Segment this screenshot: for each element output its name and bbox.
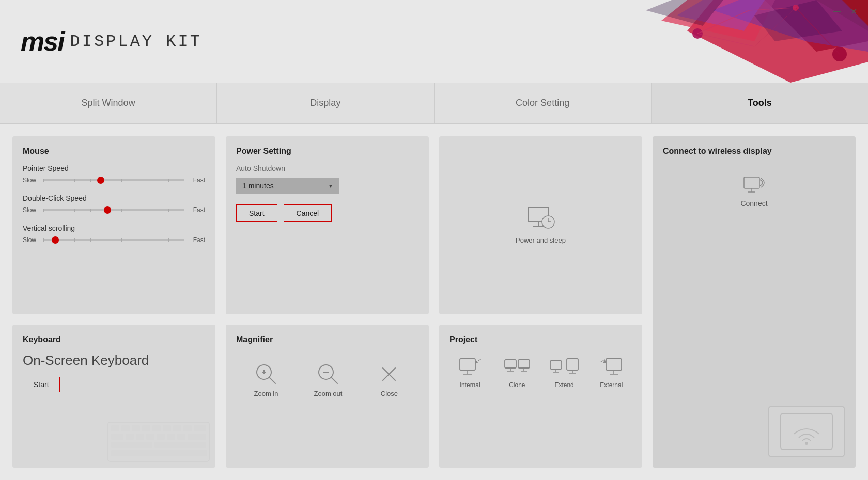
svg-rect-42 [167, 434, 175, 440]
connect-label: Connect [740, 199, 767, 207]
zoom-in-button[interactable]: Zoom in [254, 363, 278, 397]
vertical-scrolling-track[interactable] [43, 239, 184, 241]
project-external-label: External [600, 381, 623, 389]
pointer-speed-group: Pointer Speed Slow [23, 164, 205, 184]
svg-rect-47 [111, 450, 207, 456]
double-click-speed-thumb[interactable] [104, 206, 111, 214]
svg-rect-45 [111, 442, 152, 448]
tab-tools[interactable]: Tools [652, 83, 868, 123]
svg-rect-29 [121, 425, 130, 431]
svg-rect-40 [146, 434, 154, 440]
title-bar: — ✕ [823, 0, 868, 23]
auto-shutdown-dropdown[interactable]: 1 minutes ▼ [236, 178, 339, 194]
dropdown-arrow-icon: ▼ [328, 183, 333, 189]
tab-color-setting[interactable]: Color Setting [435, 83, 652, 123]
vertical-scrolling-group: Vertical scrolling Slow [23, 224, 205, 244]
minimize-button[interactable]: — [831, 5, 843, 18]
magnifier-icons: Zoom in Zoom out Close [236, 353, 419, 408]
logo-area: msi DISPLAY KIT [21, 26, 202, 57]
tab-display[interactable]: Display [217, 83, 434, 123]
power-btn-row: Start Cancel [236, 204, 419, 222]
power-sleep-icon-area[interactable]: Power and sleep [450, 147, 632, 304]
connect-area: Connect [663, 164, 845, 218]
wireless-tablet-box [768, 406, 845, 457]
pointer-speed-row: Slow Fast [23, 177, 205, 184]
vertical-scrolling-thumb[interactable] [52, 236, 59, 244]
power-cancel-button[interactable]: Cancel [284, 204, 332, 222]
power-start-button[interactable]: Start [236, 204, 277, 222]
keyboard-image [107, 421, 210, 462]
power-sleep-icon [525, 206, 556, 232]
power-card-title: Power Setting [236, 147, 419, 156]
svg-rect-41 [157, 434, 165, 440]
svg-rect-22 [744, 177, 760, 188]
keyboard-card-title: Keyboard [23, 335, 205, 344]
svg-rect-28 [111, 425, 119, 431]
pointer-speed-track[interactable] [43, 179, 184, 181]
project-extend-button[interactable]: Extend [549, 358, 580, 389]
keyboard-start-button[interactable]: Start [23, 377, 60, 392]
pointer-speed-label: Pointer Speed [23, 164, 205, 172]
svg-rect-37 [111, 434, 123, 440]
svg-rect-43 [177, 434, 185, 440]
double-click-speed-row: Slow Fast [23, 206, 205, 214]
svg-marker-2 [661, 0, 775, 41]
svg-rect-35 [183, 425, 192, 431]
svg-rect-34 [173, 425, 181, 431]
svg-rect-62 [505, 360, 516, 368]
on-screen-keyboard-label: On-Screen Keyboard [23, 353, 205, 369]
svg-line-12 [698, 34, 754, 46]
svg-rect-38 [126, 434, 134, 440]
tab-split-window[interactable]: Split Window [0, 83, 217, 123]
project-external-icon [599, 358, 624, 377]
project-external-button[interactable]: External [596, 358, 627, 389]
logo-msi: msi [21, 26, 64, 57]
zoom-in-label: Zoom in [254, 390, 278, 397]
vertical-scrolling-row: Slow Fast [23, 236, 205, 244]
zoom-out-label: Zoom out [314, 390, 343, 397]
pointer-speed-fast: Fast [190, 177, 205, 184]
double-click-speed-fast: Fast [190, 206, 205, 214]
svg-rect-71 [567, 359, 578, 370]
project-internal-button[interactable]: Internal [455, 358, 486, 389]
svg-line-51 [269, 377, 275, 383]
mouse-card-title: Mouse [23, 147, 205, 156]
svg-marker-5 [677, 0, 765, 31]
power-card: Power Setting Auto Shutdown 1 minutes ▼ … [226, 136, 429, 314]
tools-connect-label: Connect to wireless display [663, 147, 845, 156]
magnifier-card-title: Magnifier [236, 335, 419, 344]
mouse-card: Mouse Pointer Speed Slow [12, 136, 215, 314]
svg-rect-44 [188, 434, 206, 440]
close-button[interactable]: ✕ [847, 5, 860, 18]
svg-marker-6 [646, 0, 723, 26]
svg-line-14 [749, 8, 796, 10]
double-click-speed-group: Double-Click Speed Slow [23, 194, 205, 214]
power-sleep-label: Power and sleep [516, 236, 566, 244]
svg-point-8 [692, 28, 703, 39]
svg-line-13 [754, 8, 796, 46]
svg-line-60 [476, 359, 482, 362]
svg-rect-36 [194, 425, 206, 431]
magnifier-close-icon [378, 363, 400, 386]
header: msi DISPLAY KIT [0, 0, 868, 83]
magnifier-close-label: Close [381, 390, 398, 397]
svg-point-10 [793, 5, 799, 11]
wireless-display-icon [741, 174, 767, 195]
project-card: Project Internal [439, 325, 642, 468]
project-clone-button[interactable]: Clone [502, 358, 533, 389]
nav-tabs: Split Window Display Color Setting Tools [0, 83, 868, 124]
project-clone-label: Clone [509, 381, 525, 389]
magnifier-card: Magnifier Zoom in Zoom out [226, 325, 429, 468]
double-click-speed-label: Double-Click Speed [23, 194, 205, 202]
double-click-speed-track[interactable] [43, 209, 184, 211]
tools-card: Connect to wireless display Connect [653, 136, 856, 468]
header-decoration [506, 0, 868, 83]
vertical-scrolling-slow: Slow [23, 236, 38, 244]
magnifier-close-button[interactable]: Close [378, 363, 400, 397]
pointer-speed-slow: Slow [23, 177, 38, 184]
vertical-scrolling-fast: Fast [190, 236, 205, 244]
wireless-tablet-icon [776, 411, 838, 452]
zoom-out-button[interactable]: Zoom out [314, 363, 343, 397]
keyboard-card: Keyboard On-Screen Keyboard Start [12, 325, 215, 468]
pointer-speed-thumb[interactable] [97, 177, 104, 184]
